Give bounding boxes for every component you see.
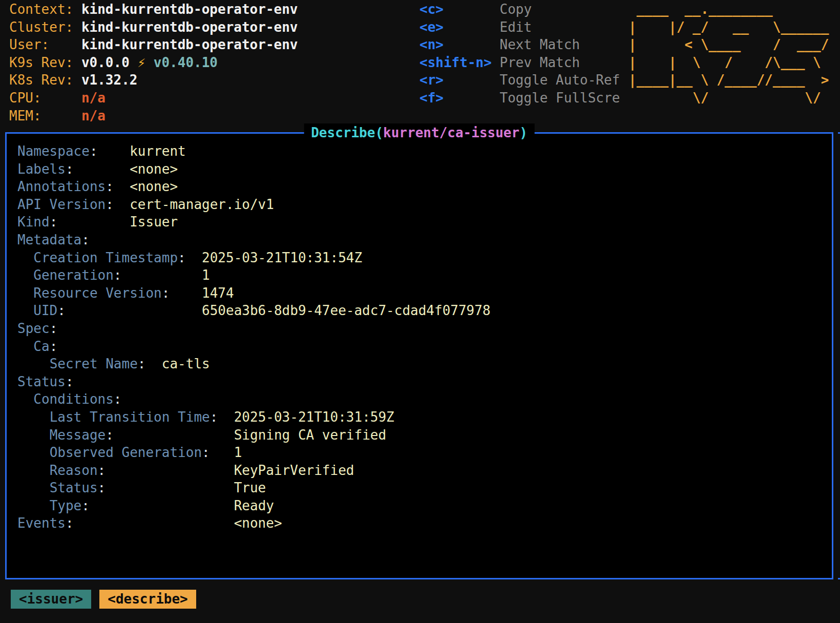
hotkey-action-label: Edit	[500, 19, 532, 35]
describe-line: UID: 650ea3b6-8db9-47ee-adc7-cdad4f07797…	[17, 303, 491, 318]
cluster-info-row: Cluster:kind-kurrentdb-operator-env	[9, 18, 298, 36]
describe-colon: :	[81, 232, 90, 247]
describe-value: 2025-03-21T10:31:54Z	[202, 250, 362, 265]
hotkey-action-label: Copy	[500, 2, 532, 17]
describe-line: Metadata:	[17, 232, 90, 247]
cluster-info-label: Context:	[9, 1, 81, 18]
cluster-info-value: kind-kurrentdb-operator-env	[81, 19, 298, 35]
describe-line: Creation Timestamp: 2025-03-21T10:31:54Z	[17, 250, 362, 265]
describe-key: Conditions	[33, 391, 114, 407]
describe-line: Annotations: <none>	[17, 179, 178, 194]
hotkey-item[interactable]: <n>Next Match	[419, 36, 620, 54]
describe-key: Kind	[17, 214, 50, 230]
describe-value: 1	[234, 445, 242, 460]
describe-key: UID	[33, 303, 57, 318]
describe-key: Events	[17, 515, 66, 531]
describe-value: 650ea3b6-8db9-47ee-adc7-cdad4f077978	[202, 303, 491, 318]
describe-value: kurrent	[130, 143, 186, 159]
describe-value: 1	[202, 267, 210, 283]
cluster-info-value: n/a	[81, 90, 106, 106]
cluster-info-label: User:	[9, 36, 81, 54]
cluster-info-label: K8s Rev:	[9, 71, 81, 89]
describe-key: Ca	[33, 339, 49, 354]
cluster-info-label: MEM:	[9, 107, 81, 125]
hotkey-key: <e>	[419, 18, 500, 36]
cluster-info-row: CPU:n/a	[9, 89, 298, 107]
panel-title-resource: kurrent/ca-issuer	[383, 125, 519, 140]
cluster-info-row: Context:kind-kurrentdb-operator-env	[9, 1, 298, 18]
describe-colon: :	[50, 321, 58, 336]
describe-value: Ready	[234, 498, 274, 513]
describe-colon: :	[106, 427, 114, 443]
cluster-info-label: K9s Rev:	[9, 54, 81, 72]
cluster-info-value: kind-kurrentdb-operator-env	[81, 37, 298, 52]
describe-line: Secret Name: ca-tls	[17, 356, 210, 371]
hotkey-item[interactable]: <e>Edit	[419, 18, 620, 36]
hotkey-item[interactable]: <r>Toggle Auto-Ref	[419, 71, 620, 89]
describe-key: Metadata	[17, 232, 81, 247]
describe-value: ca-tls	[162, 356, 210, 371]
cluster-info-label: Cluster:	[9, 18, 81, 36]
describe-colon: :	[210, 409, 218, 425]
upgrade-version: v0.40.10	[154, 55, 218, 70]
k9s-logo: ____ __.________ | |/ _/ __ \______ | < …	[628, 1, 829, 107]
describe-colon: :	[66, 161, 74, 177]
cluster-info-value: v1.32.2	[81, 72, 138, 88]
breadcrumb-issuer[interactable]: <issuer>	[11, 590, 91, 609]
describe-key: Generation	[33, 267, 114, 283]
describe-value: Issuer	[130, 214, 178, 230]
describe-colon: :	[98, 480, 106, 495]
lightning-bolt-icon: ⚡	[137, 55, 145, 70]
describe-content[interactable]: Namespace: kurrent Labels: <none> Annota…	[7, 134, 832, 532]
describe-key: Reason	[50, 463, 98, 478]
hotkey-action-label: Prev Match	[500, 55, 580, 70]
describe-colon: :	[162, 285, 170, 301]
describe-value: 1474	[202, 285, 234, 301]
describe-line: Events: <none>	[17, 515, 282, 531]
describe-key: Last Transition Time	[50, 409, 210, 425]
cluster-info-row: User:kind-kurrentdb-operator-env	[9, 36, 298, 54]
describe-line: Observed Generation: 1	[17, 445, 242, 460]
describe-line: Message: Signing CA verified	[17, 427, 386, 443]
describe-colon: :	[106, 197, 114, 212]
describe-key: Type	[50, 498, 82, 513]
hotkey-key: <r>	[419, 71, 500, 89]
cluster-info-value: v0.0.0	[81, 55, 130, 70]
describe-colon: :	[114, 391, 122, 407]
describe-key: Status	[50, 480, 98, 495]
hotkey-item[interactable]: <c>Copy	[419, 1, 620, 18]
hotkey-item[interactable]: <shift-n>Prev Match	[419, 54, 620, 72]
describe-line: Generation: 1	[17, 267, 210, 283]
describe-key: Message	[50, 427, 106, 443]
describe-key: Labels	[17, 161, 66, 177]
describe-value: cert-manager.io/v1	[130, 197, 274, 212]
describe-line: Namespace: kurrent	[17, 143, 186, 159]
breadcrumbs: <issuer><describe>	[11, 590, 196, 609]
describe-line: Resource Version: 1474	[17, 285, 234, 301]
describe-colon: :	[114, 267, 122, 283]
cluster-info-value: kind-kurrentdb-operator-env	[81, 2, 298, 17]
describe-colon: :	[66, 374, 74, 389]
describe-colon: :	[138, 356, 146, 371]
describe-line: Kind: Issuer	[17, 214, 178, 230]
describe-key: Annotations	[17, 179, 106, 194]
describe-key: Status	[17, 374, 66, 389]
hotkey-key: <shift-n>	[419, 54, 500, 72]
describe-value: <none>	[130, 179, 178, 194]
describe-value: KeyPairVerified	[234, 463, 354, 478]
describe-colon: :	[178, 250, 186, 265]
describe-value: True	[234, 480, 266, 495]
describe-key: Resource Version	[33, 285, 161, 301]
describe-colon: :	[98, 463, 106, 478]
panel-title-suffix: )	[519, 125, 528, 140]
cluster-info-label: CPU:	[9, 89, 81, 107]
describe-value: <none>	[130, 161, 178, 177]
breadcrumb-describe[interactable]: <describe>	[99, 590, 196, 609]
cluster-info-row: K8s Rev:v1.32.2	[9, 71, 298, 89]
cluster-info-row: MEM:n/a	[9, 107, 298, 125]
hotkey-item[interactable]: <f>Toggle FullScre	[419, 89, 620, 107]
hotkey-action-label: Next Match	[500, 37, 580, 52]
right-edge-border-fragment-top	[838, 132, 840, 134]
describe-key: Namespace	[17, 143, 90, 159]
hotkey-key: <f>	[419, 89, 500, 107]
